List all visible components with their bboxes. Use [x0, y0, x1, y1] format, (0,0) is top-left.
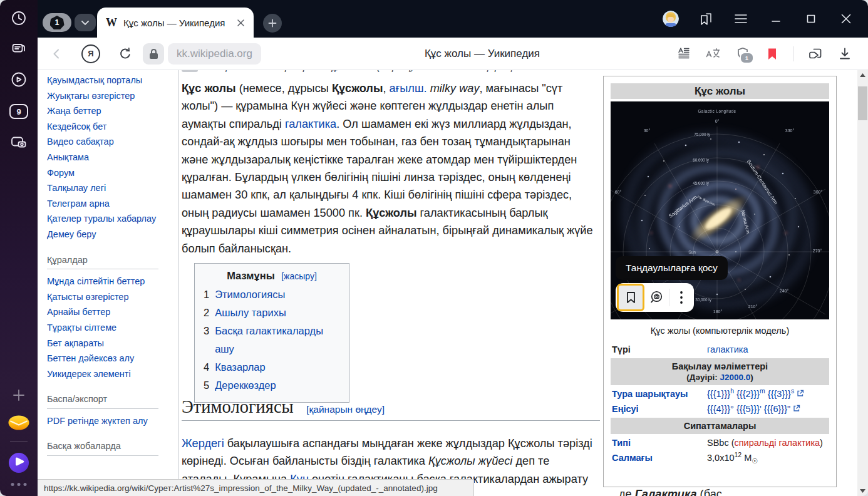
text-segment: {{{3}}}	[765, 389, 791, 399]
section-heading: Этимологиясы	[182, 397, 294, 416]
inline-link[interactable]: галактика	[285, 118, 336, 130]
sidebar-tool-link[interactable]: Бет ақпараты	[47, 336, 172, 351]
galaxy-label: 180°	[713, 309, 723, 314]
page-scrollbar[interactable]	[857, 70, 868, 496]
sidebar-link[interactable]: Форум	[47, 165, 172, 181]
yandex-services-button[interactable]: Я	[81, 44, 100, 63]
toc-link[interactable]: Дереккөздер	[215, 376, 276, 395]
sidebar-link[interactable]: Анықтама	[47, 150, 172, 165]
type-value-link[interactable]: галактика	[707, 344, 828, 354]
morphology-label-link[interactable]: Типі	[612, 438, 707, 448]
bookmark-added-icon[interactable]	[764, 46, 780, 62]
new-tab-button[interactable]	[263, 14, 282, 33]
refresh-button[interactable]	[118, 46, 133, 61]
inline-link[interactable]: спиральді галактика	[735, 438, 820, 448]
galaxy-label: 75,000 ly	[694, 132, 710, 137]
inline-link[interactable]: Жердегі	[182, 437, 224, 450]
sidebar-tool-link[interactable]: Тұрақты сілтеме	[47, 320, 172, 336]
sidebar-tool-link[interactable]: Уикидерек элементі	[47, 366, 172, 382]
window-minimize-button[interactable]	[768, 11, 784, 27]
sidebar-link[interactable]: Қауымдастық порталы	[47, 73, 172, 88]
user-avatar[interactable]	[663, 11, 679, 27]
toc-item: 5 Дереккөздер	[204, 376, 340, 395]
sidebar-link[interactable]: Талқылау легі	[47, 180, 172, 196]
section-edit-link[interactable]: [қайнарын өңдеу]	[306, 404, 385, 415]
sidebar-tool-link[interactable]: Арнайы беттер	[47, 304, 172, 320]
screenshot-icon[interactable]	[9, 133, 28, 152]
dec-label-link[interactable]: Еңісуі	[612, 404, 707, 414]
scrollbar-thumb[interactable]	[858, 86, 867, 120]
galaxy-label: 300°	[814, 190, 823, 194]
translate-icon[interactable]	[705, 46, 721, 62]
sidebar-tool-link[interactable]: Мұнда сілтейтін беттер	[47, 274, 172, 289]
galaxy-label: Galactic Longitude	[698, 109, 736, 114]
back-button[interactable]	[49, 46, 64, 61]
video-icon[interactable]	[9, 70, 28, 89]
download-icon[interactable]	[837, 46, 853, 62]
bookmarks-panel-icon[interactable]	[698, 11, 714, 27]
dec-value[interactable]: {{{4}}}° {{{5}}}' {{{6}}}"	[707, 404, 828, 414]
text-segment: ☉	[752, 457, 758, 465]
notes-panel-icon[interactable]	[9, 39, 28, 58]
characteristics-header-band: Сипаттамалары	[611, 418, 829, 434]
image-more-button[interactable]	[670, 284, 693, 311]
sidebar-link[interactable]: Кездейсоқ бет	[47, 119, 172, 135]
infobox-row-ra: Тура шарықтауы {{{1}}}h {{{2}}}m {{{3}}}…	[611, 386, 829, 401]
toc-link[interactable]: Квазарлар	[215, 358, 266, 376]
history-icon[interactable]	[9, 9, 28, 28]
text-segment: (немесе, дұрысы	[236, 82, 332, 95]
galaxy-label: 30°	[644, 128, 651, 133]
toc-link[interactable]: Басқа галактикаларды ашу	[215, 322, 340, 358]
reader-mode-icon[interactable]	[676, 46, 692, 62]
tab-count-button[interactable]: 1	[43, 13, 71, 32]
epoch-link[interactable]: J2000.0	[720, 373, 750, 382]
text-segment: M	[741, 453, 752, 463]
tab-count-value: 1	[50, 16, 65, 29]
sidebar-tool-links: Мұнда сілтейтін беттерҚатысты өзгерістер…	[47, 274, 172, 381]
sidebar-link[interactable]: Демеу беру	[47, 227, 172, 242]
scroll-up-arrow[interactable]	[857, 70, 868, 80]
address-bar[interactable]: kk.wikipedia.org	[168, 43, 261, 65]
sidebar-tool-link[interactable]: Қатысты өзгерістер	[47, 289, 172, 305]
toc-link[interactable]: Ашылу тарихы	[215, 304, 286, 322]
sidebar-tool-link[interactable]: Беттен дәйексөз алу	[47, 351, 172, 366]
add-panel-icon[interactable]	[9, 386, 28, 405]
scroll-down-arrow[interactable]	[857, 486, 868, 496]
sidebar-print-link[interactable]: PDF ретінде жүктеп алу	[47, 413, 172, 429]
observation-header-band: Бақылау мәліметтері (Дәуірі: J2000.0)	[611, 358, 829, 385]
tab-close-icon[interactable]	[237, 19, 245, 27]
collections-icon[interactable]	[807, 46, 824, 62]
text-segment: Құсжолы	[366, 207, 417, 219]
sidebar-link[interactable]: Қателер туралы хабарлау	[47, 211, 172, 227]
mass-label-link[interactable]: Салмағы	[612, 453, 707, 463]
text-segment: Галактика	[635, 488, 697, 496]
tab-counter-badge[interactable]: 9	[9, 102, 28, 121]
window-maximize-button[interactable]	[803, 11, 819, 27]
protect-shield-icon[interactable]: 1	[735, 46, 751, 62]
alice-assistant-icon[interactable]	[7, 451, 31, 475]
site-security-lock-icon[interactable]	[143, 43, 164, 65]
milky-way-image[interactable]: Galactic Longitude 0° 30° 330° 60° 300° …	[611, 101, 829, 319]
sidebar-link[interactable]: Телеграм арна	[47, 196, 172, 212]
galaxy-label: 60,000 ly	[693, 158, 709, 163]
image-search-button[interactable]	[644, 284, 669, 311]
ra-label-link[interactable]: Тура шарықтауы	[612, 389, 707, 399]
sidebar-link[interactable]: Видео сабақтар	[47, 134, 172, 150]
rail-more-dots[interactable]	[11, 483, 27, 486]
toc-item: 2 Ашылу тарихы	[204, 304, 340, 322]
type-label: Түрі	[612, 344, 707, 354]
tab-list-chevron-button[interactable]	[75, 14, 96, 31]
wikipedia-favicon: W	[106, 16, 117, 29]
toc-hide-link[interactable]: [жасыру]	[281, 271, 317, 281]
inline-link[interactable]: ағылш.	[390, 82, 427, 95]
add-bookmark-button[interactable]	[617, 284, 644, 311]
active-tab[interactable]: W Құс жолы — Уикипедия	[97, 8, 254, 38]
ra-value[interactable]: {{{1}}}h {{{2}}}m {{{3}}}s	[707, 389, 828, 399]
yandex-mail-icon[interactable]	[7, 413, 31, 432]
sidebar-link[interactable]: Жуықтағы өзгерістер	[47, 88, 172, 104]
toc-link[interactable]: Этимологиясы	[215, 286, 285, 304]
sidebar-link[interactable]: Жаңа беттер	[47, 103, 172, 119]
shield-counter-badge: 1	[740, 52, 754, 64]
window-close-button[interactable]	[838, 11, 854, 27]
menu-hamburger-icon[interactable]	[733, 11, 749, 27]
